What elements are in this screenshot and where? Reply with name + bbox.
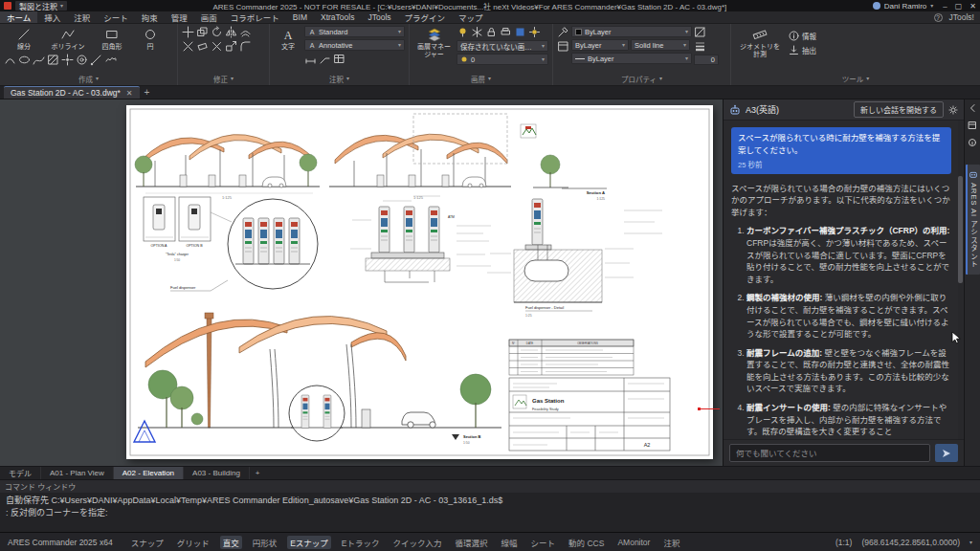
- add-sheet-button[interactable]: +: [250, 467, 266, 479]
- status-toggle-lineweight[interactable]: 線幅: [499, 536, 521, 549]
- user-menu-chevron-icon[interactable]: ▾: [930, 3, 933, 9]
- chevron-down-icon[interactable]: ▾: [969, 540, 972, 545]
- new-document-tab-button[interactable]: +: [140, 86, 155, 99]
- chat-input[interactable]: [729, 444, 930, 462]
- revision-cloud-icon[interactable]: [104, 54, 117, 66]
- explode-icon[interactable]: [211, 40, 223, 53]
- status-toggle-snap[interactable]: スナップ: [128, 536, 167, 549]
- layer-state-combo[interactable]: 保存されていない画層状態 ▾: [457, 40, 548, 52]
- user-avatar[interactable]: [873, 2, 880, 10]
- ray-icon[interactable]: [90, 54, 102, 66]
- settings-gear-icon[interactable]: [948, 105, 958, 115]
- leader-icon[interactable]: [319, 53, 331, 65]
- layer-on-bulb-icon[interactable]: [457, 26, 469, 38]
- scrollbar-thumb[interactable]: [958, 176, 963, 283]
- erase-icon[interactable]: [196, 40, 209, 53]
- arc-icon[interactable]: [4, 54, 16, 66]
- polyline-tool-button[interactable]: ポリライン: [46, 26, 90, 52]
- linetype-combo[interactable]: ByLayer ▾: [571, 53, 692, 64]
- info-button[interactable]: 情報: [787, 30, 818, 42]
- sheet-tab-a01-plan-view[interactable]: A01 - Plan View: [41, 467, 114, 479]
- menu-tab-home[interactable]: ホーム: [0, 11, 37, 23]
- rotate-icon[interactable]: [211, 26, 223, 38]
- scale-icon[interactable]: [225, 40, 237, 53]
- ai-assistant-panel-tab[interactable]: ARES AI アシスタント: [966, 165, 980, 275]
- layer-color-chip-icon[interactable]: [514, 26, 526, 38]
- fillet-icon[interactable]: [239, 40, 252, 53]
- menu-tab-collaborate[interactable]: コラボレート: [224, 11, 286, 23]
- lineweight-combo[interactable]: ByLayer ▾: [571, 39, 629, 51]
- spline-icon[interactable]: [33, 54, 45, 66]
- create-group-label[interactable]: 作成 ▾: [4, 73, 173, 84]
- current-layer-combo[interactable]: 0 ▾: [457, 54, 548, 65]
- properties-panel-icon[interactable]: [968, 121, 977, 130]
- properties-palette-icon[interactable]: [557, 40, 569, 53]
- drawing-sheet[interactable]: 1:125 1: [126, 105, 713, 459]
- new-conversation-button[interactable]: 新しい会話を開始する: [854, 101, 944, 118]
- menu-tab-insert[interactable]: 挿入: [37, 11, 67, 23]
- annotation-scale[interactable]: (1:1): [835, 538, 852, 547]
- line-tool-button[interactable]: 線分: [4, 26, 44, 52]
- trim-icon[interactable]: [182, 40, 194, 53]
- offset-icon[interactable]: [239, 26, 252, 38]
- drawing-canvas[interactable]: 1:125 1: [0, 99, 723, 466]
- table-icon[interactable]: [333, 53, 345, 65]
- layer-sun-icon[interactable]: [528, 26, 541, 38]
- status-toggle-esnap[interactable]: Eスナップ: [287, 536, 331, 549]
- text-style-combo[interactable]: A Standard ▾: [304, 26, 405, 37]
- layer-print-icon[interactable]: [500, 26, 512, 38]
- status-toggle-etrack[interactable]: Eトラック: [339, 536, 383, 549]
- layers-group-label[interactable]: 画層 ▾: [413, 73, 548, 84]
- status-toggle-grid[interactable]: グリッド: [174, 536, 212, 549]
- minimize-button[interactable]: –: [943, 2, 947, 11]
- layer-manager-button[interactable]: 画層マネージャー: [413, 26, 455, 59]
- sheet-tab-a03-building[interactable]: A03 - Building: [184, 467, 250, 479]
- send-button[interactable]: [935, 444, 958, 462]
- dim-style-combo[interactable]: A Annotative ▾: [304, 39, 405, 51]
- extract-button[interactable]: 抽出: [787, 44, 818, 56]
- menu-tab-constraints[interactable]: 拘束: [135, 11, 165, 23]
- transparency-field[interactable]: 0: [694, 55, 719, 65]
- chat-scrollbar[interactable]: [958, 121, 963, 439]
- status-toggle-cycling[interactable]: 循環選択: [453, 536, 491, 549]
- status-toggle-ortho[interactable]: 直交: [220, 536, 242, 549]
- rectangle-tool-button[interactable]: 四角形: [92, 26, 132, 52]
- menu-tab-manage[interactable]: 管理: [165, 11, 194, 23]
- info-panel-icon[interactable]: [968, 138, 977, 147]
- sheet-tab-a02-elevation[interactable]: A02 - Elevation: [114, 467, 184, 479]
- close-button[interactable]: ✕: [969, 2, 976, 11]
- modify-group-label[interactable]: 修正 ▾: [182, 73, 265, 84]
- menu-tab-view[interactable]: 画面: [194, 11, 224, 23]
- command-window-header[interactable]: コマンド ウィンドウ: [0, 480, 980, 493]
- tools-group-label[interactable]: ツール ▾: [735, 73, 976, 84]
- menu-tab-map[interactable]: マップ: [452, 11, 490, 23]
- match-properties-icon[interactable]: [557, 26, 569, 38]
- annotate-group-label[interactable]: 注釈 ▾: [274, 73, 405, 84]
- measure-geometry-button[interactable]: ジオメトリを計測: [735, 26, 785, 59]
- sheet-tab-model[interactable]: モデル: [0, 467, 41, 479]
- workspace-selector[interactable]: 製図と注釈 ▾: [15, 1, 67, 11]
- mirror-icon[interactable]: [225, 26, 237, 38]
- hatch-icon[interactable]: [47, 54, 59, 66]
- layer-freeze-icon[interactable]: [471, 26, 483, 38]
- menu-tab-bim[interactable]: BIM: [286, 11, 314, 23]
- status-toggle-amonitor[interactable]: AMonitor: [614, 537, 653, 548]
- linestyle-combo[interactable]: Solid line ▾: [631, 39, 690, 51]
- maximize-button[interactable]: ▢: [955, 2, 963, 11]
- copy-icon[interactable]: [196, 26, 209, 38]
- jtools-badge[interactable]: JTools!: [949, 12, 974, 22]
- status-toggle-dynamic-ccs[interactable]: 動的 CCS: [566, 536, 607, 549]
- menu-tab-annotate[interactable]: 注釈: [67, 11, 97, 23]
- status-toggle-polar[interactable]: 円形状: [250, 536, 280, 549]
- collapse-panel-icon[interactable]: [968, 103, 977, 113]
- close-tab-icon[interactable]: ✕: [126, 89, 133, 98]
- properties-group-label[interactable]: プロパティ ▾: [557, 73, 726, 84]
- status-toggle-annotation[interactable]: 注釈: [660, 536, 682, 549]
- move-icon[interactable]: [182, 26, 194, 38]
- color-combo[interactable]: ByLayer ▾: [571, 26, 692, 37]
- menu-tab-xtratools[interactable]: XtraTools: [314, 11, 361, 23]
- chat-message-list[interactable]: スペースが限られている時に耐力壁を補強する方法を提案してください。 25 秒前 …: [724, 121, 964, 439]
- layer-lock-icon[interactable]: [485, 26, 498, 38]
- document-tab[interactable]: Gas Station 2D - AC - 03.dwg* ✕: [4, 86, 140, 99]
- help-icon[interactable]: ?: [934, 13, 943, 22]
